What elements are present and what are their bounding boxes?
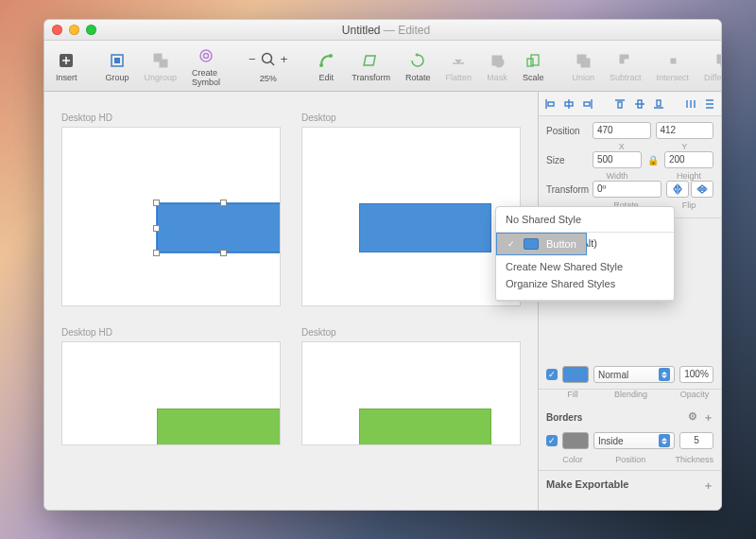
- artboard[interactable]: [61, 127, 281, 306]
- svg-rect-25: [618, 102, 622, 108]
- blending-select[interactable]: Normal: [593, 366, 675, 383]
- svg-rect-17: [671, 59, 676, 63]
- align-right-icon[interactable]: [581, 97, 594, 111]
- swatch-icon: [524, 238, 539, 250]
- zoom-out-icon[interactable]: −: [249, 52, 256, 66]
- style-item-button[interactable]: ✓ Button: [496, 233, 587, 255]
- add-export-icon[interactable]: ＋: [703, 478, 713, 493]
- fill-row: ✓ Normal 100%: [539, 360, 721, 390]
- window-title: Untitled — Edited: [96, 24, 676, 37]
- align-hcenter-icon[interactable]: [562, 97, 576, 111]
- zoom-value: 25%: [260, 74, 277, 83]
- x-input[interactable]: 470: [593, 122, 651, 139]
- zoom-icon[interactable]: [86, 25, 96, 35]
- artboard-label[interactable]: Desktop: [301, 327, 521, 338]
- insert-button[interactable]: Insert: [52, 50, 81, 82]
- distribute-v-icon[interactable]: [703, 97, 716, 111]
- position-label: Position: [546, 126, 588, 136]
- titlebar: Untitled — Edited: [44, 20, 721, 41]
- thickness-input[interactable]: 5: [679, 432, 713, 449]
- svg-point-6: [204, 53, 209, 58]
- artboard-label[interactable]: Desktop HD: [61, 327, 281, 338]
- edit-button[interactable]: Edit: [312, 50, 340, 82]
- flatten-button[interactable]: Flatten: [441, 50, 475, 82]
- opacity-input[interactable]: 100%: [679, 366, 713, 383]
- svg-rect-29: [657, 100, 661, 106]
- shape-rect[interactable]: [359, 409, 491, 445]
- align-top-icon[interactable]: [613, 97, 627, 111]
- ungroup-icon: [150, 50, 171, 71]
- mask-icon: [487, 50, 507, 71]
- selection-box: [156, 202, 281, 253]
- create-symbol-button[interactable]: Create Symbol: [188, 45, 224, 87]
- fill-enable-checkbox[interactable]: ✓: [546, 369, 558, 380]
- ungroup-button[interactable]: Ungroup: [141, 50, 181, 82]
- lock-icon[interactable]: 🔒: [646, 151, 660, 168]
- distribute-h-icon[interactable]: [684, 97, 697, 111]
- zoom-control[interactable]: − + 25%: [245, 49, 291, 83]
- shared-style-popup: No Shared Style ✓ Button Button (Alt) Cr…: [495, 206, 675, 302]
- subtract-button[interactable]: Subtract: [606, 50, 645, 82]
- alignment-row: [539, 92, 721, 116]
- flip-h-button[interactable]: [666, 181, 689, 198]
- svg-rect-14: [531, 55, 539, 65]
- intersect-icon: [662, 50, 683, 71]
- difference-icon: [713, 50, 722, 71]
- create-shared-style-link[interactable]: Create New Shared Style: [506, 258, 664, 275]
- canvas-area[interactable]: Desktop HD Desktop: [44, 92, 538, 510]
- edit-icon: [316, 50, 336, 71]
- doc-status: Edited: [398, 24, 430, 37]
- artboard-label[interactable]: Desktop: [301, 113, 521, 123]
- svg-rect-16: [581, 59, 590, 67]
- svg-point-10: [329, 54, 333, 58]
- artboard[interactable]: [61, 341, 281, 445]
- artboard[interactable]: [301, 127, 521, 306]
- doc-name: Untitled: [342, 24, 381, 37]
- artboard-label[interactable]: Desktop HD: [61, 113, 281, 123]
- make-exportable[interactable]: Make Exportable ＋: [539, 470, 721, 500]
- fill-swatch[interactable]: [562, 366, 589, 383]
- width-input[interactable]: 500: [593, 151, 642, 168]
- align-left-icon[interactable]: [543, 97, 557, 111]
- zoom-in-icon[interactable]: +: [281, 52, 288, 66]
- border-enable-checkbox[interactable]: ✓: [546, 435, 558, 446]
- gear-icon[interactable]: ⚙: [688, 410, 697, 425]
- intersect-button[interactable]: Intersect: [653, 50, 694, 82]
- symbol-icon: [196, 45, 216, 66]
- magnifier-icon: [258, 49, 279, 70]
- check-icon: ✓: [507, 239, 516, 249]
- svg-line-8: [270, 61, 274, 65]
- svg-rect-2: [114, 58, 120, 63]
- y-input[interactable]: 412: [656, 122, 714, 139]
- height-input[interactable]: 200: [664, 151, 713, 168]
- group-button[interactable]: Group: [102, 50, 133, 82]
- transform-label: Transform: [546, 184, 588, 195]
- flip-v-button[interactable]: [691, 181, 713, 198]
- artboard[interactable]: [301, 341, 521, 445]
- svg-rect-23: [584, 102, 590, 106]
- align-bottom-icon[interactable]: [652, 97, 665, 111]
- geometry-section: Position 470 412 XY Size 500 🔒 200 Width…: [539, 116, 721, 218]
- difference-button[interactable]: Difference: [700, 50, 722, 82]
- organize-shared-styles-link[interactable]: Organize Shared Styles: [506, 275, 664, 292]
- svg-point-12: [494, 58, 504, 67]
- transform-icon: [361, 50, 382, 71]
- minimize-icon[interactable]: [69, 25, 79, 35]
- shape-rect[interactable]: [157, 409, 281, 445]
- add-border-icon[interactable]: ＋: [703, 410, 713, 425]
- borders-header: Borders ⚙＋: [539, 405, 721, 426]
- border-swatch[interactable]: [562, 432, 589, 449]
- scale-button[interactable]: Scale: [519, 50, 548, 82]
- mask-button[interactable]: Mask: [483, 50, 511, 82]
- close-icon[interactable]: [52, 25, 62, 35]
- border-row: ✓ Inside 5: [539, 426, 721, 455]
- union-button[interactable]: Union: [569, 50, 599, 82]
- no-shared-style-item[interactable]: No Shared Style: [496, 207, 674, 233]
- transform-button[interactable]: Transform: [348, 50, 394, 82]
- rotate-input[interactable]: 0º: [593, 181, 662, 198]
- shape-rect[interactable]: [359, 203, 491, 252]
- rotate-button[interactable]: Rotate: [402, 50, 435, 82]
- size-label: Size: [546, 155, 588, 165]
- border-position-select[interactable]: Inside: [593, 432, 675, 449]
- align-vcenter-icon[interactable]: [633, 97, 646, 111]
